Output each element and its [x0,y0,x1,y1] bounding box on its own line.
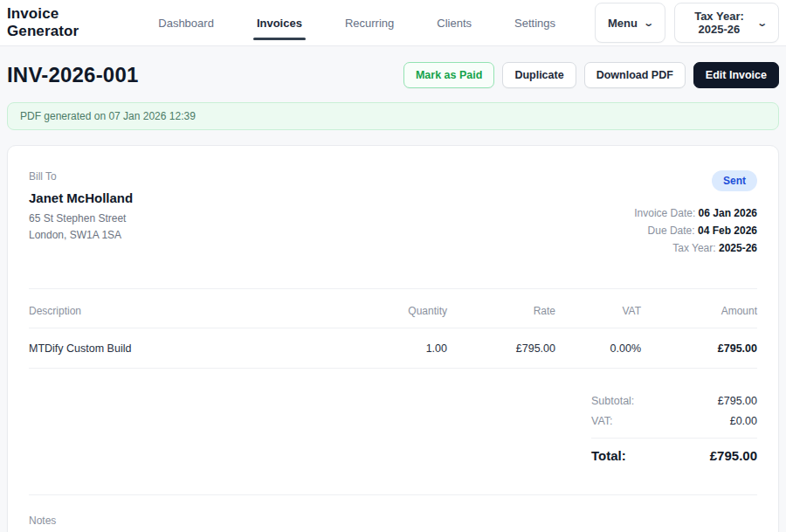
duplicate-button[interactable]: Duplicate [502,62,576,88]
item-amount: £795.00 [641,328,757,369]
col-header-rate: Rate [447,293,555,328]
invoice-date-label: Invoice Date: [634,207,698,219]
tax-year-value: 2025-26 [719,242,757,254]
page-header-row: INV-2026-001 Mark as Paid Duplicate Down… [7,62,779,88]
total-row: Total: £795.00 [591,448,757,463]
edit-invoice-button[interactable]: Edit Invoice [693,62,779,88]
col-header-amount: Amount [641,293,757,328]
tax-year-dropdown-button[interactable]: Tax Year: 2025-26 ⌄ [674,3,779,43]
item-description: MTDify Custom Build [29,328,334,369]
client-address: 65 St Stephen Street London, SW1A 1SA [29,211,133,244]
bill-to-block: Bill To Janet McHolland 65 St Stephen St… [29,170,133,257]
client-name: Janet McHolland [29,190,133,205]
table-header-row: Description Quantity Rate VAT Amount [29,293,757,328]
notes-section: Notes self-hosting bookkeeping software [29,494,757,532]
top-navigation-bar: Invoice Generator Dashboard Invoices Rec… [0,0,786,46]
vat-value: £0.00 [730,415,757,427]
invoice-meta-lines: Invoice Date: 06 Jan 2026 Due Date: 04 F… [634,204,757,257]
subtotal-row: Subtotal: £795.00 [591,395,757,407]
nav-item-invoices[interactable]: Invoices [253,0,306,45]
tax-year-dropdown-label: Tax Year: 2025-26 [687,10,751,36]
invoice-date-value: 06 Jan 2026 [699,207,757,219]
chevron-down-icon: ⌄ [643,19,654,26]
nav-item-dashboard[interactable]: Dashboard [155,0,217,45]
menu-dropdown-label: Menu [608,17,638,30]
line-items-table: Description Quantity Rate VAT Amount MTD… [29,293,757,369]
due-date-label: Due Date: [648,225,698,237]
totals-section: Subtotal: £795.00 VAT: £0.00 Total: £795… [29,395,757,463]
item-vat: 0.00% [555,328,641,369]
invoice-actions: Mark as Paid Duplicate Download PDF Edit… [403,62,779,88]
status-badge: Sent [712,170,757,191]
item-rate: £795.00 [447,328,555,369]
invoice-card-top: Bill To Janet McHolland 65 St Stephen St… [29,170,757,257]
item-quantity: 1.00 [334,328,447,369]
main-nav: Dashboard Invoices Recurring Clients Set… [155,0,595,45]
page-title: INV-2026-001 [7,63,139,87]
tax-year-line: Tax Year: 2025-26 [634,239,757,257]
invoice-card: Bill To Janet McHolland 65 St Stephen St… [7,145,779,532]
total-value: £795.00 [710,448,757,463]
app-brand: Invoice Generator [7,5,116,40]
download-pdf-button[interactable]: Download PDF [584,62,686,88]
tax-year-label: Tax Year: [672,242,719,254]
totals-divider [591,438,757,439]
topbar-right-controls: Menu ⌄ Tax Year: 2025-26 ⌄ [595,3,779,43]
nav-item-recurring[interactable]: Recurring [341,0,397,45]
col-header-vat: VAT [555,293,641,328]
nav-item-clients[interactable]: Clients [433,0,475,45]
due-date-line: Due Date: 04 Feb 2026 [634,222,757,239]
address-line-2: London, SW1A 1SA [29,227,133,244]
total-label: Total: [591,448,626,463]
menu-dropdown-button[interactable]: Menu ⌄ [595,3,665,43]
chevron-down-icon: ⌄ [756,19,768,26]
pdf-generated-notice: PDF generated on 07 Jan 2026 12:39 [7,102,779,130]
page-content: INV-2026-001 Mark as Paid Duplicate Down… [0,62,786,532]
vat-label: VAT: [591,415,613,427]
bill-to-label: Bill To [29,170,133,183]
vat-row: VAT: £0.00 [591,415,757,427]
notes-label: Notes [29,515,757,527]
invoice-meta-block: Sent Invoice Date: 06 Jan 2026 Due Date:… [634,170,757,257]
table-row: MTDify Custom Build 1.00 £795.00 0.00% £… [29,328,757,369]
address-line-1: 65 St Stephen Street [29,211,133,227]
nav-item-settings[interactable]: Settings [511,0,559,45]
invoice-date-line: Invoice Date: 06 Jan 2026 [634,204,757,222]
section-divider [29,288,757,289]
mark-as-paid-button[interactable]: Mark as Paid [403,62,494,88]
due-date-value: 04 Feb 2026 [698,225,757,237]
col-header-description: Description [29,293,334,328]
col-header-quantity: Quantity [334,293,447,328]
subtotal-label: Subtotal: [591,395,634,407]
subtotal-value: £795.00 [718,395,757,407]
